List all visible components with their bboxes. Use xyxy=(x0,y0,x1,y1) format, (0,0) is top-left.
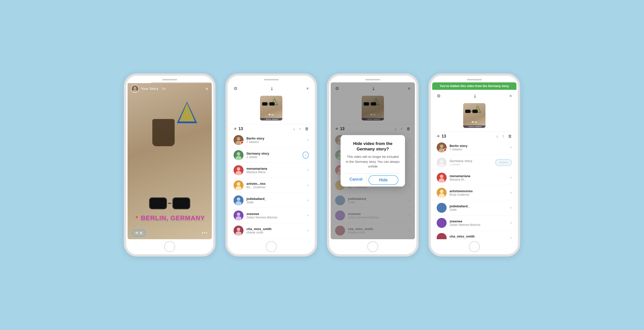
story-thumbnail: 📍 BERLIN, GERMANY 👁 13 xyxy=(260,96,282,121)
story-username: Your Story xyxy=(141,87,158,91)
phone-4-screen: You've hidden this video from the German… xyxy=(432,82,516,239)
viewer-username-jodie: jodieballard_ xyxy=(246,197,307,201)
viewer-item-artist: artistm...ries Bo... Gutiérrez × xyxy=(229,178,313,193)
settings-icon-p4[interactable]: ⚙ xyxy=(437,93,441,99)
vx-p4-jodie[interactable]: × xyxy=(510,206,512,210)
viewer-username-mena: menamariana xyxy=(246,167,307,170)
story-top-bar: Your Story 7m × xyxy=(128,82,212,94)
sg-lens-right xyxy=(172,197,190,209)
svg-marker-4 xyxy=(179,103,195,122)
action-icons: ↓ ↑ 🗑 xyxy=(293,127,309,131)
vx-p4-artist[interactable]: × xyxy=(510,191,512,195)
dialog-overlay: Hide video from the Germany story? This … xyxy=(331,82,415,239)
vn-p4-berlin: Berlin story7 viewers xyxy=(450,144,510,151)
phone-2-home-button[interactable] xyxy=(266,241,277,252)
phone-1-screen: Your Story 7m × xyxy=(128,82,212,239)
phone-4-home-button[interactable] xyxy=(469,241,480,252)
vx-p4-mena[interactable]: × xyxy=(510,176,512,179)
va-p4-cha xyxy=(437,233,446,239)
story-dots-icon[interactable]: ••• xyxy=(202,231,208,236)
viewer-fullname-germany: 1 viewer xyxy=(246,155,302,159)
settings-icon[interactable]: ⚙ xyxy=(234,86,238,91)
trash-icon[interactable]: 🗑 xyxy=(305,127,309,131)
vx-p4-cha[interactable]: × xyxy=(510,236,512,239)
viewer-item-germany-story: Germany story 1 viewer × xyxy=(229,148,313,163)
cancel-button[interactable]: Cancel xyxy=(346,174,367,186)
svg-point-60 xyxy=(437,233,446,239)
share-icon-p4[interactable]: ↑ xyxy=(502,134,504,139)
viewer-p4-berlin: Berlin story7 viewers × xyxy=(432,140,516,155)
viewer-names-cha: cha_miss_smith chante smith xyxy=(246,227,307,234)
viewer-x-germany[interactable]: × xyxy=(302,151,309,159)
viewer-names-mena: menamariana Mariana Mena xyxy=(246,167,307,174)
svg-point-18 xyxy=(237,182,240,186)
story-views-badge[interactable]: 👁 9 xyxy=(132,229,146,237)
vn-p4-artist: artistmemoriesBorja Gutiérrez xyxy=(450,189,510,196)
story-close-icon[interactable]: × xyxy=(205,86,208,92)
party-hat xyxy=(177,102,197,125)
viewer-p4-zneenee: zneeneeZetian Neenee-Ikitomai × xyxy=(432,215,516,231)
vx-p4-berlin[interactable]: × xyxy=(510,146,512,150)
views-eye-icon: 👁 xyxy=(135,231,139,235)
story-background: Your Story 7m × xyxy=(128,82,212,239)
berlin-text: BERLIN, GERMANY xyxy=(141,214,205,222)
svg-point-56 xyxy=(440,190,443,193)
views-count: 13 xyxy=(238,127,243,131)
viewer-item-berlin-story: Berlin story 7 viewers × xyxy=(229,133,313,148)
svg-point-59 xyxy=(437,218,446,228)
viewer-avatar-zneenee xyxy=(234,210,244,220)
close-icon-p4[interactable]: × xyxy=(509,94,512,99)
location-pin-icon: 📍 xyxy=(134,216,139,220)
story-time: 7m xyxy=(162,87,166,91)
va-p4-germany-hidden xyxy=(437,158,446,167)
sunglasses xyxy=(149,197,190,209)
download-arrow-p4[interactable]: ⤓ xyxy=(473,93,477,99)
va-p4-artist xyxy=(437,188,446,198)
hide-button[interactable]: Hide xyxy=(368,175,399,185)
download-icon[interactable]: ↓ xyxy=(293,127,295,131)
viewer-x-cha[interactable]: × xyxy=(307,229,309,233)
story-user-info: Your Story 7m xyxy=(131,85,166,93)
list-top-icons: ⚙ ⤓ × xyxy=(229,82,313,93)
viewer-names-jodie: jodieballard_ Jodie xyxy=(246,197,307,204)
viewers-list: Berlin story 7 viewers × Germany story 1… xyxy=(229,133,313,239)
thumb-location-label: 📍 BERLIN, GERMANY xyxy=(260,118,282,121)
svg-point-21 xyxy=(237,197,240,201)
phone-1-speaker xyxy=(162,79,177,80)
viewer-x-jodie[interactable]: × xyxy=(307,198,309,202)
viewer-avatar-germany xyxy=(234,150,244,160)
vn-p4-cha: cha_miss_smithchante smith xyxy=(450,234,510,239)
thumb-label-p4: 📍 BERLIN, GERMANY xyxy=(463,125,486,128)
close-icon[interactable]: × xyxy=(306,86,309,91)
trash-icon-p4[interactable]: 🗑 xyxy=(508,134,512,139)
svg-point-2 xyxy=(133,90,137,93)
share-icon[interactable]: ↑ xyxy=(299,127,301,131)
download-arrow-icon[interactable]: ⤓ xyxy=(270,86,274,91)
svg-point-53 xyxy=(440,175,443,178)
viewer-x-zneenee[interactable]: × xyxy=(307,213,309,217)
viewer-x-mena[interactable]: × xyxy=(307,168,309,172)
svg-point-47 xyxy=(440,145,443,148)
phone-2-screen: ⚙ ⤓ × xyxy=(229,82,313,239)
viewer-fullname-jodie: Jodie xyxy=(246,201,307,204)
viewer-username-artist: artistm...ries xyxy=(246,182,307,185)
phone-3-home-button[interactable] xyxy=(367,241,378,252)
download-icon-p4[interactable]: ↓ xyxy=(496,134,498,139)
phone-1-home-button[interactable] xyxy=(164,241,175,252)
vx-p4-zneenee[interactable]: × xyxy=(510,221,512,225)
viewer-item-zneenee: zneenee Zetian Neenee-Ikitomai × xyxy=(229,208,313,223)
hidden-list-screen: You've hidden this video from the German… xyxy=(432,82,516,239)
viewer-username-berlin: Berlin story xyxy=(246,137,307,140)
viewer-x-berlin[interactable]: × xyxy=(307,138,309,142)
viewer-fullname-artist: Bo... Gutiérrez xyxy=(246,185,307,189)
viewer-avatar-jodie xyxy=(234,195,244,205)
viewers-list-screen: ⚙ ⤓ × xyxy=(229,82,313,239)
viewer-avatar-artist xyxy=(234,180,244,190)
thumb-sunglasses xyxy=(262,102,275,106)
viewer-x-artist[interactable]: × xyxy=(307,183,309,187)
dialog-actions: Cancel Hide xyxy=(346,173,400,186)
badge-p4-berlin xyxy=(444,149,446,152)
story-views-count: 9 xyxy=(140,231,142,235)
viewer-item-cha: cha_miss_smith chante smith × xyxy=(229,223,313,238)
svg-point-9 xyxy=(237,137,240,141)
